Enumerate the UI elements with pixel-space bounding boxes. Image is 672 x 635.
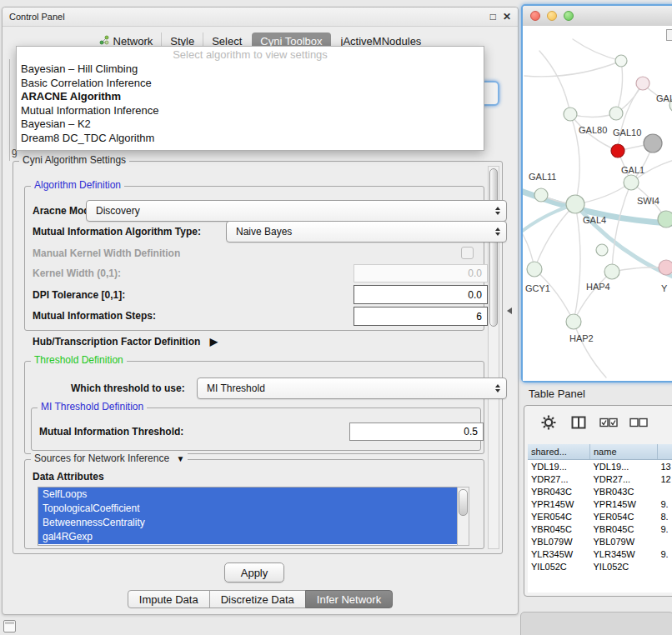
attribute-item-gal4rgexp[interactable]: gal4RGexp: [38, 530, 457, 544]
table-cell[interactable]: 9.: [658, 522, 672, 535]
table-cell[interactable]: YBR043C: [590, 485, 658, 498]
network-node-gal10[interactable]: [611, 144, 624, 158]
mode-tab-infer-network[interactable]: Infer Network: [305, 590, 393, 608]
network-node[interactable]: [636, 77, 649, 90]
table-cell[interactable]: YPR145W: [590, 498, 658, 510]
mode-tab-impute-data[interactable]: Impute Data: [128, 590, 210, 608]
table-cell[interactable]: YBR043C: [528, 485, 590, 498]
table-row[interactable]: YBR045CYBR045C9.: [528, 522, 672, 535]
table-cell[interactable]: YDL19...: [528, 460, 590, 473]
algorithm-option-bayesian-k2[interactable]: Bayesian – K2: [17, 118, 484, 132]
table-cell[interactable]: 13: [658, 460, 672, 473]
network-node[interactable]: [644, 134, 662, 152]
table-cell[interactable]: YER054C: [528, 510, 590, 522]
network-edge[interactable]: [524, 61, 621, 77]
algorithm-option-bayesian-hill-climbing[interactable]: Bayesian – Hill Climbing: [17, 62, 484, 77]
birdseye-toggle-icon[interactable]: [666, 29, 672, 41]
network-edge[interactable]: [574, 322, 606, 378]
manual-kernel-checkbox[interactable]: [461, 247, 474, 259]
columns-icon[interactable]: [569, 413, 588, 432]
apply-button[interactable]: Apply: [224, 562, 284, 582]
network-edge[interactable]: [534, 269, 574, 322]
attribute-item-betweennesscentrality[interactable]: BetweennessCentrality: [38, 516, 457, 530]
table-cell[interactable]: YPR145W: [528, 498, 590, 510]
table-cell[interactable]: YDL19...: [590, 460, 658, 473]
table-cell[interactable]: YBL079W: [590, 535, 658, 548]
network-window-titlebar[interactable]: [523, 6, 672, 27]
network-graph[interactable]: GAL80GAL10GAL1GAL4SWI4YGCY1HAP4HAP2GAL11…: [523, 26, 672, 381]
network-node-y[interactable]: [659, 260, 672, 275]
network-edge[interactable]: [574, 204, 580, 322]
table-cell[interactable]: YIL052C: [528, 560, 590, 572]
algorithm-option-mutual-information-inference[interactable]: Mutual Information Inference: [17, 104, 484, 118]
attribute-item-topologicalcoefficient[interactable]: TopologicalCoefficient: [38, 502, 457, 516]
network-node-gal4[interactable]: [566, 195, 584, 213]
network-edge[interactable]: [539, 51, 570, 114]
sources-title-toggle[interactable]: Sources for Network Inference ▼: [31, 452, 188, 464]
table-row[interactable]: YIL052CYIL052C: [528, 560, 672, 572]
table-cell[interactable]: [658, 485, 672, 498]
attributes-scrollbar-thumb[interactable]: [459, 489, 468, 516]
table-cell[interactable]: YBR045C: [590, 522, 658, 535]
table-cell[interactable]: YDR27...: [528, 472, 590, 485]
table-row[interactable]: YLR345WYLR345W9.: [528, 548, 672, 560]
attributes-scrollbar[interactable]: [457, 487, 469, 546]
column-header-name[interactable]: name: [590, 444, 658, 460]
network-node[interactable]: [615, 55, 627, 67]
network-edge[interactable]: [616, 61, 623, 113]
table-row[interactable]: YDL19...YDL19...13: [528, 460, 672, 473]
restore-panel-icon[interactable]: [3, 620, 16, 632]
table-cell[interactable]: YDR27...: [590, 472, 658, 485]
hub-definition-toggle[interactable]: Hub/Transcription Factor Definition ▶: [33, 336, 218, 348]
mi-type-combobox[interactable]: Naive Bayes: [226, 221, 507, 242]
table-row[interactable]: YER054CYER054C8.: [528, 510, 672, 522]
table-row[interactable]: YDR27...YDR27...12: [528, 472, 672, 485]
mi-threshold-field[interactable]: 0.5: [349, 422, 484, 441]
node-table-grid[interactable]: shared...nameYDL19...YDL19...13YDR27...Y…: [528, 444, 672, 572]
network-canvas[interactable]: GAL80GAL10GAL1GAL4SWI4YGCY1HAP4HAP2GAL11…: [523, 26, 672, 381]
panel-collapse-arrow-icon[interactable]: [507, 308, 512, 314]
network-node-swi4[interactable]: [658, 211, 672, 228]
table-cell[interactable]: 9.: [658, 548, 672, 560]
network-node-hap4[interactable]: [604, 264, 619, 279]
select-columns-icon[interactable]: [599, 413, 618, 432]
column-header-shared[interactable]: shared...: [528, 444, 590, 460]
network-edge[interactable]: [534, 204, 575, 269]
network-node-gal1[interactable]: [624, 175, 639, 190]
aracne-mode-combobox[interactable]: Discovery: [86, 200, 507, 222]
zoom-traffic-light[interactable]: [564, 11, 574, 21]
mode-tab-discretize-data[interactable]: Discretize Data: [209, 590, 306, 608]
network-node-gcy1[interactable]: [527, 262, 542, 277]
algorithm-option-dream8-dc-tdc-algorithm[interactable]: Dream8 DC_TDC Algorithm: [17, 132, 484, 146]
collapsed-panel-strip[interactable]: [520, 612, 672, 635]
network-node[interactable]: [596, 244, 608, 256]
algorithm-option-aracne-algorithm[interactable]: ARACNE Algorithm: [17, 90, 484, 104]
table-cell[interactable]: YLR345W: [590, 548, 658, 560]
which-threshold-combobox[interactable]: MI Threshold: [197, 378, 507, 399]
unselect-columns-icon[interactable]: [629, 413, 648, 432]
network-node-gal11[interactable]: [534, 188, 548, 202]
network-node-hap2[interactable]: [566, 314, 581, 329]
mi-steps-field[interactable]: 6: [354, 307, 488, 326]
column-header-extra[interactable]: [658, 444, 672, 460]
table-row[interactable]: YBR043CYBR043C: [528, 485, 672, 498]
close-traffic-light[interactable]: [530, 11, 540, 21]
network-edge[interactable]: [612, 182, 631, 272]
table-cell[interactable]: YIL052C: [590, 560, 658, 572]
table-row[interactable]: YBL079WYBL079W: [528, 535, 672, 548]
network-edge[interactable]: [573, 39, 621, 61]
network-node[interactable]: [609, 107, 623, 120]
gear-icon[interactable]: [539, 413, 558, 432]
table-cell[interactable]: YBR045C: [528, 522, 590, 535]
table-cell[interactable]: 8.: [658, 510, 672, 522]
table-cell[interactable]: [658, 560, 672, 572]
table-cell[interactable]: [658, 535, 672, 548]
table-cell[interactable]: YBL079W: [528, 535, 590, 548]
dpi-tolerance-field[interactable]: 0.0: [354, 285, 488, 304]
close-window-icon[interactable]: ✕: [503, 12, 511, 22]
table-row[interactable]: YPR145WYPR145W9.: [528, 498, 672, 510]
table-cell[interactable]: YER054C: [590, 510, 658, 522]
float-window-icon[interactable]: □: [490, 12, 496, 22]
network-node-gal80[interactable]: [564, 108, 577, 121]
attribute-item-selfloops[interactable]: SelfLoops: [38, 488, 457, 502]
